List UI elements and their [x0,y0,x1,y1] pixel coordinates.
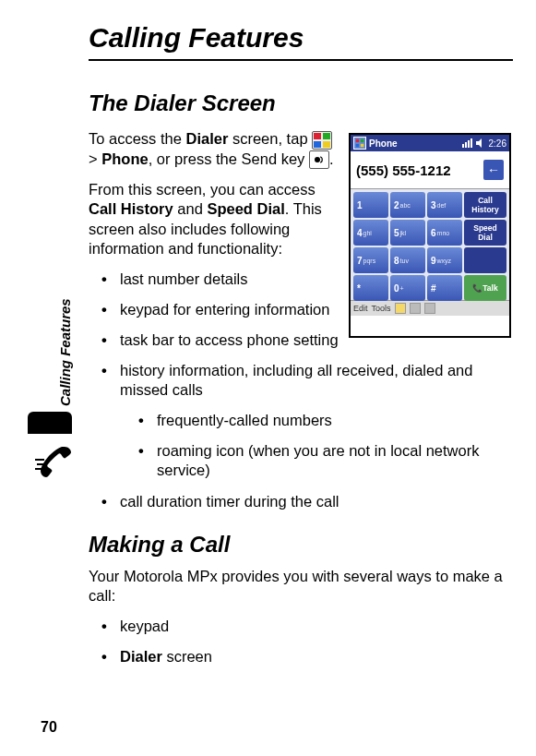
btn-blank [464,247,506,273]
screenshot-bottombar: Edit Tools [351,300,509,316]
menu-edit: Edit [353,304,368,313]
text: > [89,150,101,167]
section-heading-dialer: The Dialer Screen [89,90,513,116]
screenshot-app-title: Phone [369,138,459,149]
text: , or press the Send key [149,150,309,167]
screenshot-titlebar: Phone 2:26 [351,135,509,151]
key-hash: # [427,275,462,301]
note-icon [395,303,406,314]
key-4: 4ghi [353,220,388,246]
term-dialer: Dialer [120,648,162,665]
list-item: history information, including all recei… [101,361,513,481]
section-heading-making-call: Making a Call [89,532,513,558]
key-9: 9wxyz [427,247,462,273]
btn-talk: 📞 Talk [464,275,506,301]
screenshot-keypad: 1 2abc 3def Call History 4ghi 5jkl 6mno … [351,189,509,300]
text: To access the [89,130,185,147]
key-1: 1 [353,192,388,218]
key-5: 5jkl [390,220,425,246]
svg-rect-7 [356,144,359,147]
backspace-icon: ← [483,160,504,180]
list-item: keypad for entering information [101,300,351,319]
svg-rect-6 [361,139,363,142]
key-2: 2abc [390,192,425,218]
list-item: last number details [101,270,351,289]
menu-tools: Tools [372,304,391,313]
svg-rect-3 [323,141,330,148]
key-star: * [353,275,388,301]
list-item: task bar to access phone setting [101,330,351,350]
sub-bullet-list: frequently-called numbers roaming icon (… [138,411,513,480]
term-speed-dial: Speed Dial [207,200,284,217]
text: and [173,200,208,217]
para-info: From this screen, you can access Call Hi… [89,180,338,258]
btn-call-history: Call History [464,192,506,218]
list-item: frequently-called numbers [138,411,513,430]
start-icon [353,137,366,150]
key-7: 7pqrs [353,247,388,273]
svg-point-4 [315,157,320,162]
side-section-label: Calling Features [57,298,73,406]
bullet-list-making: keypad Dialer screen [101,617,513,666]
term-dialer: Dialer [185,130,228,147]
mute-icon [424,303,435,314]
key-8: 8tuv [390,247,425,273]
key-6: 6mno [427,220,462,246]
text: screen, tap [228,130,312,147]
dialed-number: (555) 555-1212 [356,162,451,178]
dialer-screenshot: Phone 2:26 (555) 555-1212 ← 1 2abc 3def … [349,133,511,338]
svg-rect-1 [323,133,330,139]
term-phone: Phone [101,150,148,167]
list-item: Dialer screen [101,647,513,666]
text: . [329,150,334,167]
side-tab [28,412,72,434]
list-item: roaming icon (when you are not in local … [138,441,513,480]
svg-rect-8 [361,144,363,147]
screenshot-number-bar: (555) 555-1212 ← [351,151,509,189]
key-0: 0+ [390,275,425,301]
text: screen [162,648,212,665]
key-3: 3def [427,192,462,218]
list-item: keypad [101,617,513,636]
keyboard-icon [410,303,421,314]
text: From this screen, you can access [89,181,316,198]
term-call-history: Call History [89,200,173,217]
para-access-dialer: To access the Dialer screen, tap > Phone… [89,129,338,169]
btn-speed-dial: Speed Dial [464,220,506,246]
phone-handset-icon [28,434,85,491]
text: history information, including all recei… [120,362,472,398]
para-making-call: Your Motorola MPx provides you with seve… [89,567,504,606]
svg-rect-2 [314,141,321,148]
signal-icon [461,138,472,149]
screenshot-clock: 2:26 [489,138,506,149]
page-title: Calling Features [89,22,513,61]
bullet-list-full: history information, including all recei… [101,361,513,511]
svg-rect-0 [314,133,321,139]
page-number: 70 [41,719,57,736]
speaker-icon [475,138,486,149]
send-key-icon [309,150,329,169]
svg-rect-5 [356,139,359,142]
list-item: call duration timer during the call [101,492,513,511]
start-icon [312,131,332,150]
